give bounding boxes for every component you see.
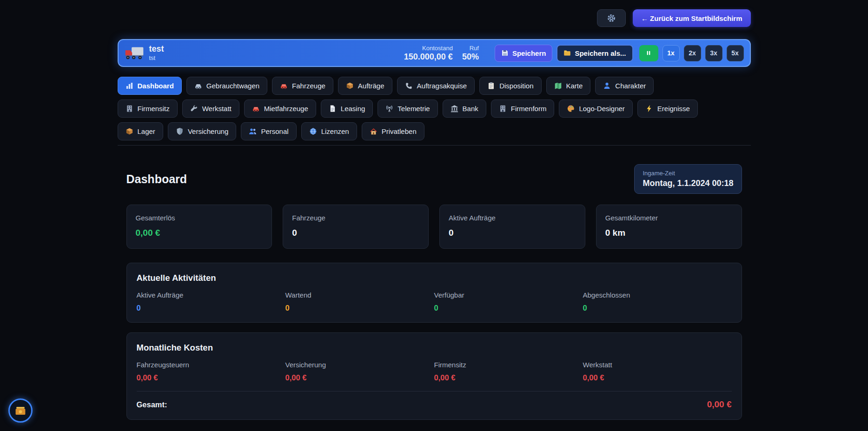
antenna-icon (385, 105, 393, 113)
costs-grid: Fahrzeugsteuern0,00 €Versicherung0,00 €F… (137, 361, 732, 382)
main-head: Dashboard Ingame-Zeit Montag, 1.1.2024 0… (126, 164, 742, 194)
tab-disposition[interactable]: Disposition (479, 77, 541, 95)
metric-label: Versicherung (285, 361, 434, 369)
settings-button[interactable] (597, 9, 626, 27)
tab-label: Charakter (615, 82, 646, 90)
tab-label: Lizenzen (321, 127, 349, 135)
metric: Wartend0 (285, 291, 434, 312)
save-as-button[interactable]: Speichern als... (557, 45, 633, 62)
tab-label: Bank (463, 105, 478, 113)
money-icon (14, 404, 27, 417)
company-subtitle: tst (149, 54, 164, 61)
tab-charakter[interactable]: Charakter (595, 77, 654, 95)
tab-label: Telemetrie (398, 105, 430, 113)
tab-personal[interactable]: Personal (241, 122, 296, 140)
tab-label: Mietfahrzeuge (264, 105, 308, 113)
ingame-time-label: Ingame-Zeit (643, 170, 733, 177)
tab-werkstatt[interactable]: Werkstatt (182, 99, 239, 118)
stat-value: 0 (449, 228, 576, 238)
house-icon (370, 127, 378, 135)
tab-label: Gebrauchtwagen (206, 82, 259, 90)
header-actions: Speichern Speichern als... 1x2x3x5x (495, 45, 744, 62)
stat-card: Gesamterlös0,00 € (126, 205, 272, 249)
save-button[interactable]: Speichern (495, 45, 553, 62)
tab-leasing[interactable]: Leasing (321, 99, 373, 118)
pause-button[interactable] (639, 45, 658, 61)
metric-value: 0 (434, 304, 583, 312)
tab-label: Fahrzeuge (292, 82, 325, 90)
speed-3x-button[interactable]: 3x (705, 45, 722, 61)
stat-label: Fahrzeuge (292, 214, 419, 222)
metric-value: 0,00 € (583, 373, 732, 382)
document-icon (329, 105, 337, 113)
palette-icon (567, 105, 575, 113)
metric-label: Firmensitz (434, 361, 583, 369)
tab-firmensitz[interactable]: Firmensitz (118, 99, 178, 118)
tab-dashboard[interactable]: Dashboard (118, 77, 182, 95)
speed-2x-button[interactable]: 2x (684, 45, 701, 61)
costs-title: Monatliche Kosten (137, 343, 732, 353)
tab-auftragsakquise[interactable]: Auftragsakquise (397, 77, 475, 95)
reputation-value: 50% (462, 52, 479, 62)
people-icon (249, 127, 257, 135)
tab-karte[interactable]: Karte (546, 77, 591, 95)
reputation-label: Ruf (462, 45, 479, 52)
stats-row: Gesamterlös0,00 €Fahrzeuge0Aktive Aufträ… (126, 205, 742, 249)
tab-label: Leasing (341, 105, 365, 113)
metric-value: 0,00 € (285, 373, 434, 382)
tab-firmenform[interactable]: Firmenform (491, 99, 555, 118)
tab-auftraege[interactable]: Aufträge (338, 77, 392, 95)
company-name-block: test tst (149, 45, 164, 61)
tab-label: Dashboard (138, 82, 174, 90)
tab-label: Firmensitz (138, 105, 170, 113)
tab-lizenzen[interactable]: Lizenzen (301, 122, 357, 140)
tab-label: Firmenform (511, 105, 547, 113)
tab-label: Auftragsakquise (417, 82, 467, 90)
finance-fab-button[interactable] (8, 398, 33, 423)
tab-mietfahrzeuge[interactable]: Mietfahrzeuge (244, 99, 316, 118)
tab-label: Personal (261, 127, 288, 135)
stat-label: Gesamtkilometer (605, 214, 733, 222)
tab-versicherung[interactable]: Versicherung (168, 122, 237, 140)
building-icon (499, 105, 507, 113)
metric: Versicherung0,00 € (285, 361, 434, 382)
back-to-start-button[interactable]: ← Zurück zum Startbildschirm (633, 9, 751, 27)
activities-title: Aktuelle Aktivitäten (137, 273, 732, 283)
balance-block: Kontostand 150.000,00 € (404, 45, 453, 62)
metric: Werkstatt0,00 € (583, 361, 732, 382)
tab-label: Werkstatt (202, 105, 232, 113)
tab-ereignisse[interactable]: Ereignisse (637, 99, 698, 118)
box-icon (346, 82, 354, 90)
balance-label: Kontostand (404, 45, 453, 52)
tab-label: Aufträge (358, 82, 384, 90)
folder-icon (563, 49, 571, 57)
tab-label: Versicherung (188, 127, 229, 135)
shield-icon (176, 127, 184, 135)
stat-card: Aktive Aufträge0 (439, 205, 585, 249)
tab-lager[interactable]: Lager (118, 122, 163, 140)
floppy-icon (501, 49, 509, 57)
tab-fahrzeuge[interactable]: Fahrzeuge (272, 77, 333, 95)
phone-icon (405, 82, 413, 90)
company-header: test tst Kontostand 150.000,00 € Ruf 50%… (118, 39, 751, 67)
metric-value: 0,00 € (137, 373, 285, 382)
nav-row: LagerVersicherungPersonalLizenzenPrivatl… (118, 122, 751, 140)
speed-5x-button[interactable]: 5x (727, 45, 744, 61)
metric-value: 0 (137, 304, 285, 312)
tab-bank[interactable]: Bank (443, 99, 486, 118)
save-button-label: Speichern (512, 49, 546, 57)
stat-label: Gesamterlös (136, 214, 263, 222)
metric-label: Wartend (285, 291, 434, 299)
metric-label: Fahrzeugsteuern (137, 361, 285, 369)
speed-1x-button[interactable]: 1x (663, 45, 680, 61)
car-red-icon (252, 105, 260, 113)
activities-grid: Aktive Aufträge0Wartend0Verfügbar0Abgesc… (137, 291, 732, 312)
tab-telemetrie[interactable]: Telemetrie (378, 99, 437, 118)
tab-label: Disposition (499, 82, 533, 90)
tab-gebrauchtwagen[interactable]: Gebrauchtwagen (186, 77, 267, 95)
tab-privatleben[interactable]: Privatleben (362, 122, 424, 140)
ingame-time-card: Ingame-Zeit Montag, 1.1.2024 00:18 (634, 164, 742, 194)
tab-logo-designer[interactable]: Logo-Designer (559, 99, 632, 118)
gear-icon (607, 13, 616, 23)
box-icon (126, 127, 133, 135)
